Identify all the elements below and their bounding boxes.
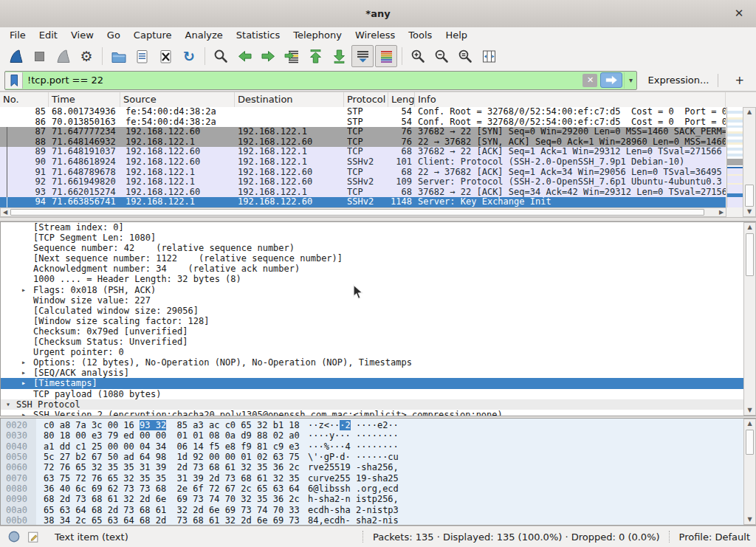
hex-row[interactable]: 0020c0 a8 7a 3c 00 16 93 32 85 a3 ac c0 … <box>1 420 755 430</box>
hex-bytes[interactable]: 65 63 64 68 2d 73 68 61 32 2d 6e 69 73 7… <box>44 505 300 515</box>
detail-line[interactable]: TCP payload (1080 bytes) <box>1 389 755 399</box>
capture-comment-icon[interactable] <box>27 530 40 543</box>
expander-closed-icon[interactable]: ▸ <box>21 285 26 295</box>
close-file-button[interactable] <box>154 45 176 67</box>
add-filter-button[interactable]: + <box>727 74 752 87</box>
menu-wireless[interactable]: Wireless <box>348 28 402 42</box>
detail-line[interactable]: [Calculated window size: 29056] <box>1 306 755 316</box>
menu-tools[interactable]: Tools <box>402 28 439 42</box>
menu-statistics[interactable]: Statistics <box>230 28 286 42</box>
filter-bookmark-button[interactable] <box>5 72 23 89</box>
expression-button[interactable]: Expression... <box>647 75 709 86</box>
menu-file[interactable]: File <box>3 28 32 42</box>
detail-line[interactable]: [Checksum Status: Unverified] <box>1 337 755 347</box>
zoom-out-button[interactable] <box>430 45 453 67</box>
scroll-down-arrow[interactable]: ▼ <box>743 207 755 216</box>
detail-line[interactable]: [Window size scaling factor: 128] <box>1 316 755 326</box>
find-packet-button[interactable] <box>210 45 232 67</box>
hex-row[interactable]: 00b038 34 2c 65 63 64 68 2d 73 68 61 32 … <box>1 515 755 526</box>
detail-line[interactable]: [Stream index: 0] <box>1 222 755 233</box>
packet-row[interactable]: 9471.663856741192.168.122.1192.168.122.6… <box>0 197 726 207</box>
hex-ascii[interactable]: ··z<···2 ····e2·· <box>308 420 399 430</box>
detail-line[interactable]: ▸Flags: 0x018 (PSH, ACK) <box>1 285 755 295</box>
scroll-up-arrow[interactable]: ▲ <box>743 108 755 117</box>
auto-scroll-button[interactable] <box>351 45 374 67</box>
scroll-thumb[interactable] <box>10 209 704 216</box>
hex-bytes[interactable]: 72 76 65 32 35 35 31 39 2d 73 68 61 32 3… <box>44 462 300 472</box>
expander-closed-icon[interactable]: ▸ <box>21 410 26 416</box>
hex-bytes[interactable]: 68 2d 73 68 61 32 2d 6e 69 73 74 70 32 3… <box>44 494 300 504</box>
column-header-destination[interactable]: Destination <box>235 92 344 107</box>
menu-analyze[interactable]: Analyze <box>179 28 230 42</box>
expander-open-icon[interactable]: ▾ <box>6 399 10 410</box>
menu-help[interactable]: Help <box>439 28 474 42</box>
colorize-button[interactable] <box>375 45 397 67</box>
detail-line[interactable]: Window size value: 227 <box>1 295 755 306</box>
detail-vertical-scrollbar[interactable]: ▲ ▼ <box>743 222 756 416</box>
scroll-thumb[interactable] <box>745 185 754 207</box>
hex-ascii[interactable]: ···%···4 ········ <box>308 441 399 452</box>
hex-ascii[interactable]: 84,ecdh- sha2-nis <box>308 515 399 526</box>
column-header-info[interactable]: Info <box>415 92 726 107</box>
expert-info-icon[interactable] <box>7 530 21 543</box>
packet-row[interactable]: 9171.648789678192.168.122.1192.168.122.6… <box>0 168 726 178</box>
hex-row[interactable]: 00505c 27 b2 67 50 ad 64 98 1d 92 00 00 … <box>1 452 755 462</box>
packet-row[interactable]: 9371.662015274192.168.122.60192.168.122.… <box>0 188 726 198</box>
scroll-thumb[interactable] <box>746 430 754 455</box>
hex-bytes[interactable]: 80 18 00 e3 79 ed 00 00 01 01 08 0a d9 8… <box>44 430 300 441</box>
detail-line[interactable]: ▸Options: (12 bytes), No-Operation (NOP)… <box>1 357 755 368</box>
display-filter-input[interactable]: !tcp.port == 22 ✕ ▾ <box>4 71 637 90</box>
hex-ascii[interactable]: ecdh-sha 2-nistp3 <box>308 505 399 515</box>
scroll-left-arrow[interactable]: ◀ <box>1 208 10 216</box>
hex-bytes[interactable]: 36 40 6c 69 62 73 73 68 2e 6f 72 67 2c 6… <box>44 484 300 494</box>
menu-telephony[interactable]: Telephony <box>286 28 348 42</box>
detail-line[interactable]: ▸SSH Version 2 (encryption:chacha20_poly… <box>1 410 755 416</box>
hex-row[interactable]: 0040a1 dd c1 25 00 00 04 34 06 14 f5 e8 … <box>1 441 755 452</box>
expander-closed-icon[interactable]: ▸ <box>21 378 26 388</box>
hex-vertical-scrollbar[interactable]: ▲ ▼ <box>743 419 756 525</box>
hex-ascii[interactable]: \'·gP·d· ······cu <box>308 452 399 462</box>
hex-row[interactable]: 006072 76 65 32 35 35 31 39 2d 73 68 61 … <box>1 462 755 472</box>
expander-closed-icon[interactable]: ▸ <box>21 368 26 378</box>
column-header-no[interactable]: No. <box>0 92 49 107</box>
go-to-packet-button[interactable] <box>281 45 303 67</box>
scroll-up-arrow[interactable]: ▲ <box>744 223 755 232</box>
stop-capture-button[interactable] <box>28 45 50 67</box>
packet-row[interactable]: 8871.648146932192.168.122.1192.168.122.6… <box>0 137 726 148</box>
open-file-button[interactable] <box>107 45 129 67</box>
filter-clear-button[interactable]: ✕ <box>583 74 597 87</box>
hex-bytes[interactable]: 63 75 72 76 65 32 35 35 31 39 2d 73 68 6… <box>44 473 300 484</box>
column-header-time[interactable]: Time <box>49 92 120 107</box>
scroll-up-arrow[interactable]: ▲ <box>744 419 755 428</box>
hex-row[interactable]: 00a065 63 64 68 2d 73 68 61 32 2d 6e 69 … <box>1 505 755 515</box>
hex-row[interactable]: 009068 2d 73 68 61 32 2d 6e 69 73 74 70 … <box>1 494 755 504</box>
hex-row[interactable]: 008036 40 6c 69 62 73 73 68 2e 6f 72 67 … <box>1 484 755 494</box>
next-packet-button[interactable] <box>257 45 279 67</box>
packet-list-horizontal-scrollbar[interactable]: ◀ ▶ <box>0 207 726 217</box>
expander-closed-icon[interactable]: ▸ <box>21 357 26 368</box>
detail-line[interactable]: [Next sequence number: 1122 (relative se… <box>1 253 755 264</box>
packet-row[interactable]: 9271.661949820192.168.122.1192.168.122.6… <box>0 177 726 188</box>
hex-bytes[interactable]: a1 dd c1 25 00 00 04 34 06 14 f5 e8 f9 8… <box>44 441 300 452</box>
packet-row[interactable]: 8771.647777234192.168.122.60192.168.122.… <box>0 127 726 137</box>
column-header-source[interactable]: Source <box>120 92 235 107</box>
hex-ascii[interactable]: rve25519 -sha256, <box>308 462 399 472</box>
detail-line[interactable]: ▾SSH Protocol <box>1 399 755 410</box>
menu-edit[interactable]: Edit <box>32 28 64 42</box>
first-packet-button[interactable] <box>304 45 326 67</box>
hex-ascii[interactable]: 6@libssh .org,ecd <box>308 484 399 494</box>
scroll-down-arrow[interactable]: ▼ <box>744 515 755 524</box>
menu-view[interactable]: View <box>64 28 100 42</box>
filter-dropdown-button[interactable]: ▾ <box>624 72 636 89</box>
column-header-length[interactable]: Length <box>388 92 415 107</box>
filter-apply-button[interactable] <box>600 72 622 88</box>
profile-text[interactable]: Profile: Default <box>679 531 750 543</box>
hex-row[interactable]: 003080 18 00 e3 79 ed 00 00 01 01 08 0a … <box>1 430 755 441</box>
restart-capture-button[interactable] <box>52 45 74 67</box>
packet-row[interactable]: 8971.648191037192.168.122.60192.168.122.… <box>0 147 726 157</box>
hex-bytes[interactable]: 38 34 2c 65 63 64 68 2d 73 68 61 32 2d 6… <box>44 515 300 526</box>
save-file-button[interactable] <box>131 45 153 67</box>
menu-capture[interactable]: Capture <box>127 28 179 42</box>
column-header-protocol[interactable]: Protocol <box>344 92 388 107</box>
start-capture-button[interactable] <box>4 45 27 67</box>
